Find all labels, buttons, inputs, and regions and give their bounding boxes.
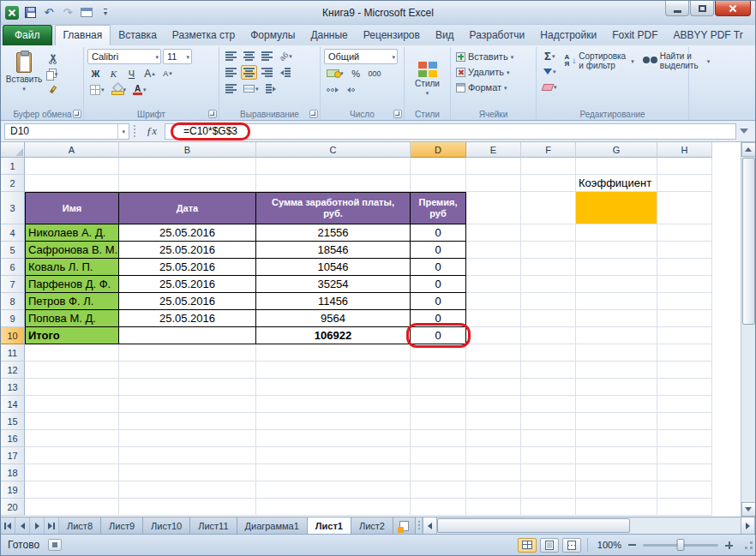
font-size-combo[interactable]: 11▾ — [163, 49, 192, 64]
cell-E10[interactable] — [466, 327, 521, 344]
tab-Формулы[interactable]: Формулы — [243, 26, 303, 45]
clear-button[interactable]: ▾ — [540, 80, 560, 94]
cell-H14[interactable] — [657, 396, 712, 413]
sheet-tab-Лист10[interactable]: Лист10 — [143, 517, 190, 534]
orientation-button[interactable]: аб▾ — [277, 49, 295, 63]
customize-qat-button[interactable]: ▾ — [98, 5, 113, 21]
cell-E18[interactable] — [466, 464, 521, 481]
cell-C18[interactable] — [256, 464, 411, 481]
scroll-right-button[interactable] — [741, 517, 755, 534]
cell-B1[interactable] — [119, 158, 256, 175]
cell-A11[interactable] — [25, 344, 119, 362]
cell-C16[interactable] — [256, 430, 411, 447]
cell-D1[interactable] — [411, 158, 466, 175]
cell-C17[interactable] — [256, 447, 411, 464]
cell-G17[interactable] — [576, 447, 657, 464]
cell-F3[interactable] — [521, 192, 576, 224]
cell-C5[interactable]: 18546 — [256, 242, 411, 259]
increase-decimal-button[interactable] — [324, 82, 341, 97]
row-header-3[interactable]: 3 — [1, 192, 25, 224]
row-header-18[interactable]: 18 — [1, 464, 25, 481]
row-header-14[interactable]: 14 — [1, 396, 25, 413]
format-painter-button[interactable] — [45, 82, 61, 97]
cell-A18[interactable] — [25, 464, 119, 481]
row-header-7[interactable]: 7 — [1, 276, 25, 293]
cell-D8[interactable]: 0 — [411, 293, 466, 310]
tab-file[interactable]: Файл — [3, 25, 52, 45]
italic-button[interactable]: К — [105, 66, 122, 81]
cell-A13[interactable] — [25, 379, 119, 396]
cell-E14[interactable] — [466, 396, 521, 413]
cell-H15[interactable] — [657, 413, 712, 430]
cell-F2[interactable] — [521, 175, 576, 192]
cell-D16[interactable] — [411, 430, 466, 447]
name-box[interactable]: D10 ▾ — [4, 123, 129, 140]
align-center-button[interactable] — [241, 65, 257, 80]
cell-H8[interactable] — [657, 293, 712, 310]
cell-G2[interactable]: Коэффициент — [576, 175, 657, 192]
close-button[interactable] — [715, 1, 751, 16]
cell-B5[interactable]: 25.05.2016 — [119, 242, 256, 259]
cell-A16[interactable] — [25, 430, 119, 447]
cell-F14[interactable] — [521, 396, 576, 413]
fill-button[interactable]: ▾ — [540, 64, 560, 79]
cell-A20[interactable] — [25, 499, 119, 516]
scroll-down-button[interactable] — [741, 502, 756, 517]
cell-F8[interactable] — [521, 293, 576, 310]
cell-E17[interactable] — [466, 447, 521, 464]
row-header-12[interactable]: 12 — [1, 362, 25, 379]
minimize-button[interactable] — [665, 1, 689, 16]
cell-C10[interactable]: 106922 — [256, 327, 411, 344]
cell-H1[interactable] — [657, 158, 712, 175]
cell-G18[interactable] — [576, 464, 657, 481]
tab-Разработчи[interactable]: Разработчи — [462, 26, 533, 45]
cell-G12[interactable] — [576, 362, 657, 379]
tab-Главная[interactable]: Главная — [55, 25, 111, 45]
cell-H13[interactable] — [657, 379, 712, 396]
dialog-launcher-icon[interactable] — [73, 110, 81, 118]
cell-B15[interactable] — [119, 413, 256, 430]
align-right-button[interactable] — [259, 65, 275, 80]
cell-E19[interactable] — [466, 481, 521, 499]
cell-B20[interactable] — [119, 499, 256, 516]
cell-H11[interactable] — [657, 344, 712, 362]
column-header-G[interactable]: G — [576, 142, 657, 158]
row-header-20[interactable]: 20 — [1, 499, 25, 516]
align-left-button[interactable] — [223, 65, 239, 80]
formula-input[interactable]: =C10*$G$3 — [165, 123, 736, 140]
row-header-11[interactable]: 11 — [1, 344, 25, 362]
cell-G9[interactable] — [576, 310, 657, 327]
page-layout-view-button[interactable] — [540, 538, 559, 553]
tab-Рецензиров[interactable]: Рецензиров — [356, 26, 428, 45]
row-header-6[interactable]: 6 — [1, 259, 25, 276]
sheet-tab-Лист1[interactable]: Лист1 — [308, 517, 351, 534]
column-header-H[interactable]: H — [657, 142, 712, 158]
formula-bar-splitter[interactable] — [131, 125, 137, 138]
merge-center-button[interactable]: ▾ — [241, 81, 261, 96]
cell-B6[interactable]: 25.05.2016 — [119, 259, 256, 276]
cell-H4[interactable] — [657, 224, 712, 242]
cell-E6[interactable] — [466, 259, 521, 276]
cell-G13[interactable] — [576, 379, 657, 396]
vertical-scrollbar[interactable] — [741, 142, 755, 517]
tab-Надстройки[interactable]: Надстройки — [532, 26, 604, 45]
zoom-slider[interactable] — [643, 544, 718, 547]
dialog-launcher-icon[interactable] — [393, 110, 402, 118]
cell-G4[interactable] — [576, 224, 657, 242]
sheet-tab-Диаграмма1[interactable]: Диаграмма1 — [237, 517, 308, 534]
cell-E3[interactable] — [466, 192, 521, 224]
insert-worksheet-button[interactable] — [393, 517, 416, 534]
styles-button[interactable]: Стили ▾ — [408, 49, 447, 108]
cell-G16[interactable] — [576, 430, 657, 447]
column-header-F[interactable]: F — [521, 142, 576, 158]
cell-A19[interactable] — [25, 481, 119, 499]
cell-F19[interactable] — [521, 481, 576, 499]
cell-A6[interactable]: Коваль Л. П. — [25, 259, 119, 276]
zoom-level[interactable]: 100% — [597, 540, 621, 550]
cell-H6[interactable] — [657, 259, 712, 276]
cell-H18[interactable] — [657, 464, 712, 481]
cell-C9[interactable]: 9564 — [256, 310, 411, 327]
row-header-9[interactable]: 9 — [1, 310, 25, 327]
align-top-button[interactable] — [223, 49, 239, 63]
cell-H20[interactable] — [657, 499, 712, 516]
